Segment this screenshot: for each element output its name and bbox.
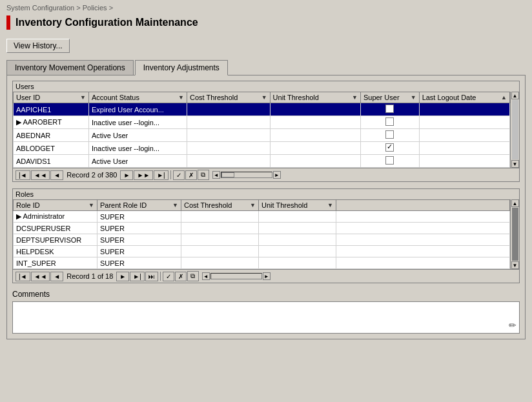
users-table-row[interactable]: ADAVIDS1Active User: [14, 155, 510, 168]
tab-inventory-movement[interactable]: Inventory Movement Operations: [6, 60, 134, 75]
roles-parent-role-id: SUPER: [97, 257, 181, 269]
roles-first-btn[interactable]: |◄: [15, 272, 30, 281]
roles-hscroll-track[interactable]: [210, 273, 262, 279]
roles-last-btn[interactable]: ⏭: [145, 272, 158, 281]
roles-cost-threshold: [181, 246, 259, 257]
roles-prev-prev-btn[interactable]: ◄◄: [31, 272, 50, 281]
unit-threshold-sort-icon[interactable]: ▼: [352, 94, 358, 101]
users-cancel-btn[interactable]: ✗: [185, 170, 197, 180]
roles-role-id: HELPDESK: [14, 246, 97, 257]
page-header: Inventory Configuration Maintenance: [0, 13, 532, 35]
roles-col-empty: [336, 200, 510, 211]
roles-empty-cell: [336, 234, 510, 246]
roles-unit-threshold: [259, 234, 336, 246]
roles-role-id: DCSUPERUSER: [14, 223, 97, 234]
roles-table-row[interactable]: DEPTSUPERVISORSUPER: [14, 234, 510, 246]
comments-box[interactable]: ✏: [12, 301, 520, 334]
super-user-checkbox[interactable]: [385, 105, 394, 113]
roles-table-row[interactable]: DCSUPERUSERSUPER: [14, 223, 510, 234]
users-table-row[interactable]: ABEDNARActive User: [14, 129, 510, 142]
users-super-user[interactable]: [360, 116, 419, 129]
roles-scroll-left[interactable]: ◄: [202, 272, 210, 280]
roles-section: Roles Role ID ▼: [12, 188, 520, 283]
roles-table-row[interactable]: ▶ AdministratorSUPER: [14, 211, 510, 223]
tabs-row: Inventory Movement Operations Inventory …: [6, 59, 526, 75]
roles-scroll-down[interactable]: ▼: [511, 261, 519, 269]
users-super-user[interactable]: [360, 103, 419, 116]
roles-parent-role-id: SUPER: [97, 246, 181, 257]
cost-threshold-sort-icon[interactable]: ▼: [261, 94, 267, 101]
roles-cost-threshold: [181, 211, 259, 223]
nav-sep1: [170, 170, 171, 179]
users-hscroll-track[interactable]: [221, 172, 272, 178]
users-vertical-scrollbar[interactable]: ▲ ▼: [510, 92, 519, 168]
user-id-sort-icon[interactable]: ▼: [80, 94, 86, 101]
users-table-row[interactable]: ABLODGETInactive user --login...: [14, 142, 510, 155]
roles-section-label: Roles: [13, 189, 519, 199]
comments-edit-icon[interactable]: ✏: [509, 320, 517, 330]
users-super-user[interactable]: [360, 129, 419, 142]
users-scroll-left[interactable]: ◄: [212, 171, 220, 179]
users-super-user[interactable]: [360, 155, 419, 168]
roles-copy-btn[interactable]: ⧉: [187, 271, 199, 281]
users-scroll-right[interactable]: ►: [273, 171, 281, 179]
users-col-account-status: Account Status ▼: [88, 92, 187, 103]
users-unit-threshold: [270, 103, 360, 116]
users-col-last-logout: Last Logout Date ▲: [419, 92, 509, 103]
parent-role-sort-icon[interactable]: ▼: [172, 202, 178, 208]
roles-scroll-track[interactable]: [512, 208, 518, 261]
roles-nav-bar: |◄ ◄◄ ◄ Record 1 of 18 ► ►| ⏭ ✓ ✗ ⧉ ◄ ►: [13, 269, 519, 283]
users-cost-threshold: [187, 129, 270, 142]
users-row-marker: ▶ AAROBERT: [14, 116, 89, 129]
view-history-button[interactable]: View History...: [6, 39, 70, 53]
roles-role-id: INT_SUPER: [14, 257, 97, 269]
roles-prev-btn[interactable]: ◄: [50, 272, 63, 281]
roles-next-next-btn[interactable]: ►|: [130, 272, 145, 281]
last-logout-sort-icon[interactable]: ▲: [501, 94, 507, 101]
users-account-status: Active User: [88, 155, 187, 168]
roles-table-row[interactable]: INT_SUPERSUPER: [14, 257, 510, 269]
users-table-row[interactable]: ▶ AAROBERTInactive user --login...: [14, 116, 510, 129]
super-user-sort-icon[interactable]: ▼: [411, 94, 416, 101]
users-col-user-id: User ID ▼: [14, 92, 89, 103]
users-super-user[interactable]: [360, 142, 419, 155]
users-grid-container: User ID ▼ Account Status ▼: [13, 92, 519, 168]
roles-vertical-scrollbar[interactable]: ▲ ▼: [510, 199, 519, 269]
users-cost-threshold: [187, 155, 270, 168]
roles-next-btn[interactable]: ►: [116, 272, 129, 281]
roles-table-row[interactable]: HELPDESKSUPER: [14, 246, 510, 257]
users-hscroll-thumb[interactable]: [221, 172, 234, 177]
users-prev-prev-btn[interactable]: ◄◄: [31, 170, 50, 180]
users-account-status: Inactive user --login...: [88, 116, 187, 129]
role-id-sort-icon[interactable]: ▼: [88, 202, 94, 208]
users-tbody: AAPICHE1Expired User Accoun...▶ AAROBERT…: [14, 103, 510, 168]
users-copy-btn[interactable]: ⧉: [198, 170, 209, 180]
users-scroll-up[interactable]: ▲: [511, 92, 519, 99]
tab-inventory-adjustments[interactable]: Inventory Adjustments: [135, 60, 228, 75]
roles-cost-threshold: [181, 257, 259, 269]
roles-unit-sort-icon[interactable]: ▼: [327, 202, 333, 208]
users-accept-btn[interactable]: ✓: [173, 170, 185, 180]
roles-accept-btn[interactable]: ✓: [163, 272, 174, 281]
users-next-btn[interactable]: ►: [120, 170, 133, 180]
account-status-sort-icon[interactable]: ▼: [178, 94, 184, 101]
super-user-checkbox[interactable]: [385, 156, 394, 165]
users-scroll-down[interactable]: ▼: [511, 160, 519, 168]
super-user-checkbox[interactable]: [385, 117, 394, 126]
users-last-btn[interactable]: ►|: [154, 170, 169, 180]
users-prev-btn[interactable]: ◄: [50, 170, 63, 180]
users-scroll-track[interactable]: [512, 100, 518, 159]
roles-col-cost-threshold: Cost Threshold ▼: [181, 200, 259, 211]
users-first-btn[interactable]: |◄: [15, 170, 30, 180]
super-user-checkbox[interactable]: [385, 130, 394, 139]
roles-cost-sort-icon[interactable]: ▼: [250, 202, 256, 208]
users-next-next-btn[interactable]: ►►: [134, 170, 153, 180]
super-user-checkbox[interactable]: [385, 143, 394, 152]
roles-scroll-right[interactable]: ►: [263, 272, 271, 280]
roles-cancel-btn[interactable]: ✗: [175, 272, 187, 281]
roles-scroll-up[interactable]: ▲: [511, 199, 519, 207]
users-table-row[interactable]: AAPICHE1Expired User Accoun...: [14, 103, 510, 116]
comments-section: Comments ✏: [12, 290, 520, 334]
users-last-logout: [419, 103, 509, 116]
roles-cost-threshold: [181, 223, 259, 234]
